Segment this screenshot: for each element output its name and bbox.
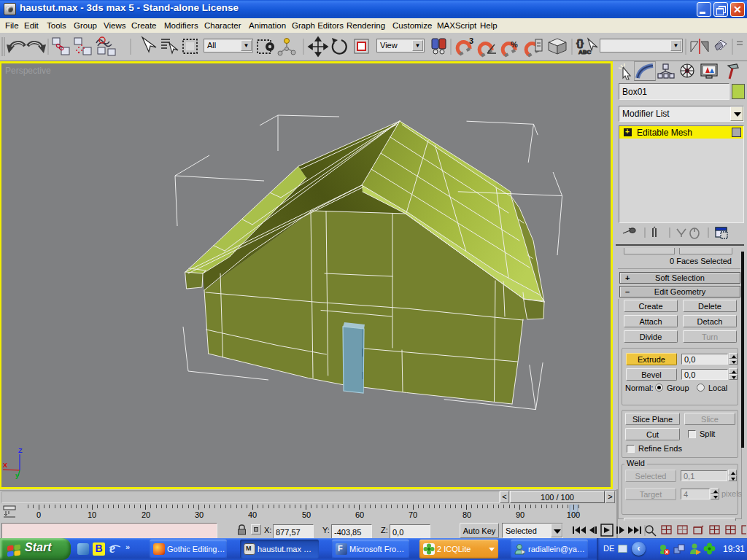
svg-text:80: 80 [462, 510, 471, 519]
svg-text:60: 60 [355, 510, 364, 519]
svg-text:Z: Z [18, 447, 23, 454]
svg-text:X: X [3, 462, 7, 469]
svg-text:90: 90 [516, 510, 525, 519]
svg-text:50: 50 [302, 510, 311, 519]
svg-text:{}: {} [576, 37, 584, 48]
svg-text:20: 20 [142, 510, 150, 519]
svg-text:3: 3 [469, 36, 473, 45]
svg-text:ABC: ABC [578, 49, 592, 55]
svg-text:40: 40 [248, 510, 257, 519]
svg-text:30: 30 [195, 510, 204, 519]
svg-text:0: 0 [36, 510, 41, 519]
svg-text:100: 100 [567, 510, 580, 519]
svg-text:10: 10 [88, 510, 96, 519]
svg-text:e: e [109, 541, 115, 556]
svg-text:70: 70 [409, 510, 417, 519]
svg-text:%: % [511, 40, 518, 49]
svg-text:y: y [15, 472, 19, 479]
